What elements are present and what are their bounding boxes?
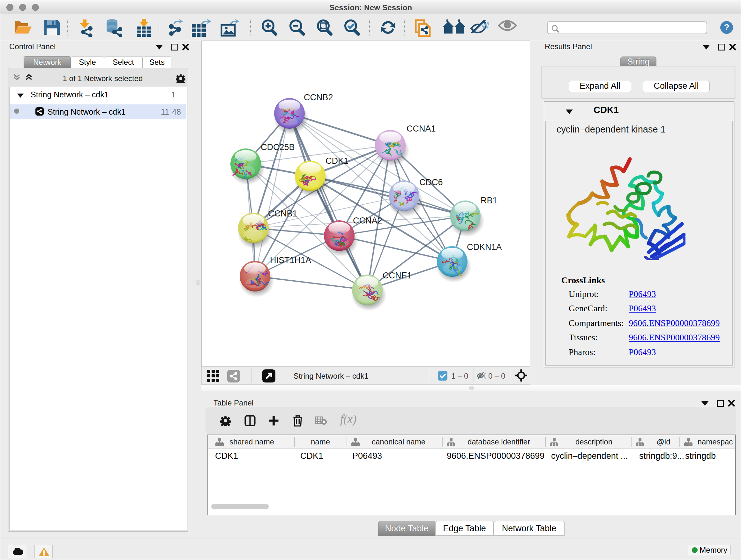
svg-text:CDC25B: CDC25B <box>261 142 295 152</box>
svg-text:CDKN1A: CDKN1A <box>467 242 502 252</box>
svg-text:CDC6: CDC6 <box>419 178 443 187</box>
svg-text:RB1: RB1 <box>481 196 497 205</box>
svg-text:CCNB1: CCNB1 <box>268 209 297 219</box>
svg-text:CCNA1: CCNA1 <box>407 124 436 133</box>
svg-text:CCNB2: CCNB2 <box>304 92 333 102</box>
svg-text:?: ? <box>724 22 729 32</box>
svg-text:CDK1: CDK1 <box>326 156 348 166</box>
svg-text:CCNA2: CCNA2 <box>353 216 382 226</box>
svg-text:CCNE1: CCNE1 <box>383 271 412 280</box>
svg-text:HIST1H1A: HIST1H1A <box>270 255 311 265</box>
